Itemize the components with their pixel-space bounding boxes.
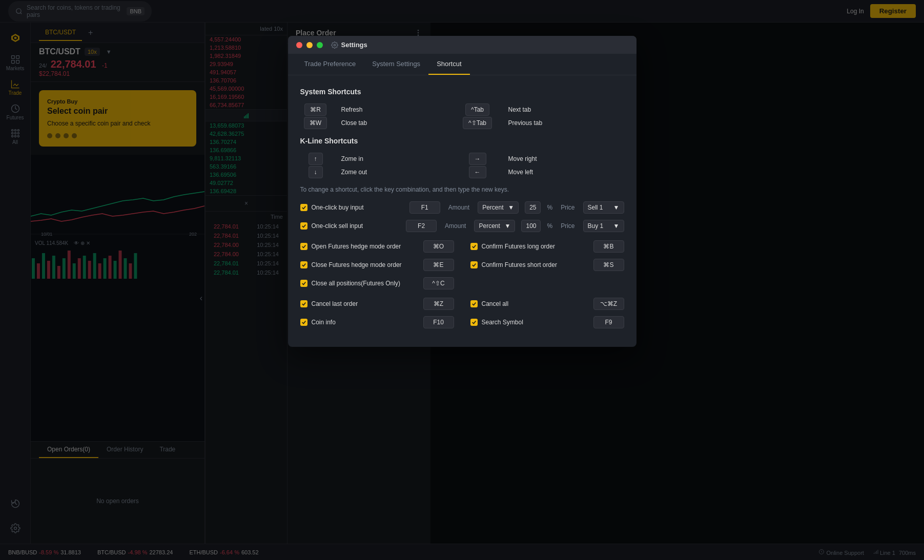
cancel-last-key[interactable]: ⌘Z bbox=[423, 298, 454, 310]
kline-key-1: ↑ bbox=[300, 155, 331, 162]
coin-info-label: Coin info bbox=[312, 319, 419, 326]
hint-text: To change a shortcut, click the key comb… bbox=[300, 186, 624, 193]
futures-close-all-label: Close all positions(Futures Only) bbox=[312, 280, 419, 287]
futures-short-key[interactable]: ⌘S bbox=[593, 259, 624, 271]
checkbox-futures-close-all[interactable] bbox=[300, 280, 307, 287]
modal-titlebar: Settings bbox=[288, 36, 636, 54]
one-click-buy-sell1-select[interactable]: Sell 1 ▼ bbox=[583, 201, 624, 214]
kline-key-up[interactable]: ↑ bbox=[309, 153, 323, 165]
futures-left-col: Open Futures hedge mode order ⌘O Close F… bbox=[300, 240, 454, 296]
traffic-red[interactable] bbox=[296, 42, 302, 48]
one-click-sell-buy1-select[interactable]: Buy 1 ▼ bbox=[583, 220, 624, 232]
sys-name2-1: Next tab bbox=[508, 106, 624, 113]
check-icon-4 bbox=[471, 244, 477, 249]
search-symbol-key[interactable]: F9 bbox=[593, 316, 624, 328]
one-click-sell-name: One-click sell input bbox=[312, 222, 402, 230]
one-click-sell-percent-select[interactable]: Percent ▼ bbox=[474, 220, 515, 232]
futures-close-all-row: Close all positions(Futures Only) ^⇧C bbox=[300, 277, 454, 289]
checkbox-futures-short[interactable] bbox=[470, 261, 478, 268]
traffic-yellow[interactable] bbox=[306, 42, 313, 48]
futures-short-row: Confirm Futures short order ⌘S bbox=[470, 259, 624, 271]
traffic-green[interactable] bbox=[317, 42, 323, 48]
modal-overlay: Settings Trade Preference System Setting… bbox=[0, 0, 924, 560]
check-icon bbox=[301, 244, 306, 249]
kline-shortcuts-table: ↑ Zome in → Move right ↓ Zome out ← bbox=[300, 155, 624, 176]
kline-shortcut-2: ↓ Zome out ← Move left bbox=[300, 169, 624, 176]
one-click-buy-pct: % bbox=[547, 204, 552, 211]
modal-tab-system-settings[interactable]: System Settings bbox=[364, 54, 428, 75]
coin-info-row: Coin info F10 bbox=[300, 316, 454, 328]
other-right-col: Cancel all ⌥⌘Z Search Symbol F9 bbox=[470, 298, 624, 335]
one-click-buy-key[interactable]: F1 bbox=[409, 201, 440, 214]
checkbox-futures-hedge-open[interactable] bbox=[300, 243, 307, 250]
kline-name-1: Zome in bbox=[341, 155, 457, 162]
one-click-sell-price-label: Price bbox=[561, 222, 574, 230]
settings-modal: Settings Trade Preference System Setting… bbox=[288, 36, 636, 347]
sys-name2-2: Previous tab bbox=[508, 119, 624, 127]
sys-shortcut-1: ⌘R Refresh ^Tab Next tab bbox=[300, 106, 624, 113]
checkbox-futures-long[interactable] bbox=[470, 243, 478, 250]
coin-info-key[interactable]: F10 bbox=[423, 316, 454, 328]
check-icon-9 bbox=[471, 320, 477, 325]
sys-key2-1: ^Tab bbox=[457, 106, 498, 113]
check-icon-8 bbox=[471, 301, 477, 306]
one-click-buy-name: One-click buy input bbox=[312, 204, 405, 211]
futures-short-label: Confirm Futures short order bbox=[482, 261, 589, 268]
one-click-buy-amount-input[interactable]: 25 bbox=[525, 201, 541, 214]
kline-key-down[interactable]: ↓ bbox=[309, 166, 323, 178]
kline-name2-1: Move right bbox=[508, 155, 624, 162]
search-symbol-label: Search Symbol bbox=[482, 319, 589, 326]
one-click-sell-amount-label: Amount bbox=[445, 222, 466, 230]
sys-key-cmd-w[interactable]: ⌘W bbox=[304, 117, 327, 129]
kline-key2-2: ← bbox=[457, 169, 498, 176]
futures-right-col: Confirm Futures long order ⌘B Confirm Fu… bbox=[470, 240, 624, 296]
one-click-buy-percent-select[interactable]: Percent ▼ bbox=[478, 201, 519, 214]
futures-long-key[interactable]: ⌘B bbox=[593, 240, 624, 253]
settings-icon bbox=[331, 42, 338, 49]
check-icon-2 bbox=[301, 262, 306, 267]
one-click-sell-key[interactable]: F2 bbox=[406, 220, 437, 232]
checkbox-coin-info[interactable] bbox=[300, 319, 307, 326]
cancel-last-row: Cancel last order ⌘Z bbox=[300, 298, 454, 310]
system-shortcuts-table: ⌘R Refresh ^Tab Next tab ⌘W Close tab ^⇧… bbox=[300, 106, 624, 127]
kline-key-right[interactable]: → bbox=[469, 153, 486, 165]
sys-key-cmd-r[interactable]: ⌘R bbox=[304, 103, 326, 116]
kline-key-left[interactable]: ← bbox=[469, 166, 486, 178]
checkbox-search-symbol[interactable] bbox=[470, 319, 478, 326]
search-symbol-row: Search Symbol F9 bbox=[470, 316, 624, 328]
cancel-all-key[interactable]: ⌥⌘Z bbox=[593, 298, 624, 310]
sys-key-tab[interactable]: ^Tab bbox=[465, 103, 489, 116]
modal-body: System Shortcuts ⌘R Refresh ^Tab Next ta… bbox=[288, 75, 636, 347]
futures-hedge-close-label: Close Futures hedge mode order bbox=[312, 261, 419, 268]
other-left-col: Cancel last order ⌘Z Coin info F10 bbox=[300, 298, 454, 335]
futures-hedge-close-row: Close Futures hedge mode order ⌘E bbox=[300, 259, 454, 271]
checkbox-one-click-buy[interactable] bbox=[300, 204, 307, 211]
checkbox-cancel-last[interactable] bbox=[300, 300, 307, 307]
checkbox-cancel-all[interactable] bbox=[470, 300, 478, 307]
sys-name-2: Close tab bbox=[341, 119, 457, 127]
section-kline-title: K-Line Shortcuts bbox=[300, 137, 624, 145]
check-icon-5 bbox=[471, 262, 477, 267]
kline-shortcut-1: ↑ Zome in → Move right bbox=[300, 155, 624, 162]
check-icon-6 bbox=[301, 301, 306, 306]
modal-tabs: Trade Preference System Settings Shortcu… bbox=[288, 54, 636, 75]
checkmark-icon-2 bbox=[301, 223, 306, 229]
modal-tab-shortcut[interactable]: Shortcut bbox=[428, 54, 469, 75]
sys-name-1: Refresh bbox=[341, 106, 457, 113]
checkmark-icon bbox=[301, 205, 306, 210]
modal-tab-trade-pref[interactable]: Trade Preference bbox=[296, 54, 364, 75]
futures-hedge-open-key[interactable]: ⌘O bbox=[423, 240, 454, 253]
kline-name2-2: Move left bbox=[508, 169, 624, 176]
futures-hedge-open-row: Open Futures hedge mode order ⌘O bbox=[300, 240, 454, 253]
futures-hedge-close-key[interactable]: ⌘E bbox=[423, 259, 454, 271]
section-system-title: System Shortcuts bbox=[300, 88, 624, 96]
svg-point-53 bbox=[334, 44, 336, 46]
checkbox-one-click-sell[interactable] bbox=[300, 222, 307, 230]
one-click-sell-amount-input[interactable]: 100 bbox=[521, 220, 541, 232]
futures-close-all-key[interactable]: ^⇧C bbox=[423, 277, 454, 289]
futures-long-label: Confirm Futures long order bbox=[482, 243, 589, 250]
kline-key-2: ↓ bbox=[300, 169, 331, 176]
other-shortcuts-grid: Cancel last order ⌘Z Coin info F10 bbox=[300, 298, 624, 335]
sys-key-shift-tab[interactable]: ^⇧Tab bbox=[463, 117, 492, 129]
checkbox-futures-hedge-close[interactable] bbox=[300, 261, 307, 268]
